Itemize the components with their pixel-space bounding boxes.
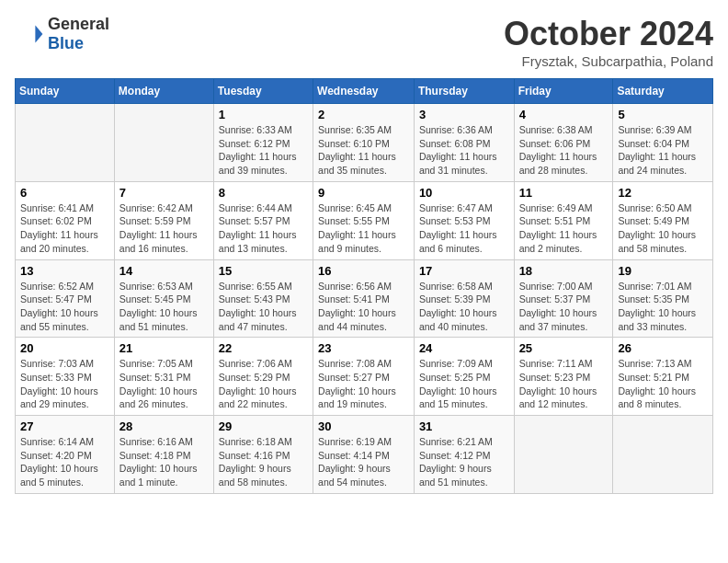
day-info: Sunrise: 7:08 AM Sunset: 5:27 PM Dayligh… — [318, 357, 409, 411]
day-info: Sunrise: 7:03 AM Sunset: 5:33 PM Dayligh… — [20, 357, 109, 411]
calendar-cell: 5Sunrise: 6:39 AM Sunset: 6:04 PM Daylig… — [613, 104, 713, 182]
calendar-cell: 14Sunrise: 6:53 AM Sunset: 5:45 PM Dayli… — [114, 259, 213, 338]
calendar-cell: 21Sunrise: 7:05 AM Sunset: 5:31 PM Dayli… — [114, 338, 213, 416]
day-number: 18 — [519, 264, 609, 278]
calendar-cell: 30Sunrise: 6:19 AM Sunset: 4:14 PM Dayli… — [313, 416, 415, 494]
calendar-cell: 17Sunrise: 6:58 AM Sunset: 5:39 PM Dayli… — [414, 259, 514, 338]
calendar-cell: 4Sunrise: 6:38 AM Sunset: 6:06 PM Daylig… — [514, 104, 613, 182]
location-subtitle: Frysztak, Subcarpathia, Poland — [504, 53, 713, 69]
calendar-cell: 7Sunrise: 6:42 AM Sunset: 5:59 PM Daylig… — [114, 181, 213, 259]
day-number: 2 — [318, 108, 409, 121]
weekday-header: Tuesday — [213, 79, 313, 104]
calendar-cell: 3Sunrise: 6:36 AM Sunset: 6:08 PM Daylig… — [414, 104, 514, 182]
weekday-header: Saturday — [613, 79, 713, 104]
calendar-week-row: 1Sunrise: 6:33 AM Sunset: 6:12 PM Daylig… — [16, 104, 713, 182]
logo-text: General Blue — [48, 15, 109, 53]
day-info: Sunrise: 7:13 AM Sunset: 5:21 PM Dayligh… — [618, 357, 708, 411]
day-info: Sunrise: 6:49 AM Sunset: 5:51 PM Dayligh… — [519, 201, 609, 256]
day-number: 8 — [219, 186, 308, 200]
day-number: 9 — [318, 186, 409, 200]
calendar-cell: 31Sunrise: 6:21 AM Sunset: 4:12 PM Dayli… — [414, 416, 514, 494]
calendar-cell: 25Sunrise: 7:11 AM Sunset: 5:23 PM Dayli… — [514, 338, 613, 416]
day-info: Sunrise: 6:19 AM Sunset: 4:14 PM Dayligh… — [318, 435, 409, 489]
day-number: 7 — [119, 186, 209, 200]
calendar-cell: 6Sunrise: 6:41 AM Sunset: 6:02 PM Daylig… — [16, 181, 115, 259]
calendar-cell: 16Sunrise: 6:56 AM Sunset: 5:41 PM Dayli… — [313, 259, 415, 338]
svg-marker-1 — [39, 24, 44, 29]
day-number: 12 — [618, 186, 708, 200]
calendar-cell — [114, 104, 213, 182]
day-number: 26 — [618, 341, 708, 355]
day-number: 15 — [219, 264, 308, 278]
day-number: 31 — [419, 419, 509, 433]
day-number: 25 — [519, 341, 609, 355]
day-info: Sunrise: 6:16 AM Sunset: 4:18 PM Dayligh… — [119, 435, 209, 489]
day-info: Sunrise: 6:21 AM Sunset: 4:12 PM Dayligh… — [419, 435, 509, 489]
calendar-cell: 11Sunrise: 6:49 AM Sunset: 5:51 PM Dayli… — [514, 181, 613, 259]
day-info: Sunrise: 6:38 AM Sunset: 6:06 PM Dayligh… — [519, 123, 609, 178]
day-info: Sunrise: 6:50 AM Sunset: 5:49 PM Dayligh… — [618, 201, 708, 256]
calendar-cell: 20Sunrise: 7:03 AM Sunset: 5:33 PM Dayli… — [16, 338, 115, 416]
calendar-cell: 2Sunrise: 6:35 AM Sunset: 6:10 PM Daylig… — [313, 104, 415, 182]
day-info: Sunrise: 7:11 AM Sunset: 5:23 PM Dayligh… — [519, 357, 609, 411]
day-info: Sunrise: 6:44 AM Sunset: 5:57 PM Dayligh… — [219, 201, 308, 256]
day-number: 16 — [318, 264, 409, 278]
calendar-cell: 12Sunrise: 6:50 AM Sunset: 5:49 PM Dayli… — [613, 181, 713, 259]
logo: General Blue — [15, 15, 109, 53]
day-info: Sunrise: 6:47 AM Sunset: 5:53 PM Dayligh… — [419, 201, 509, 256]
day-number: 5 — [618, 108, 708, 121]
day-info: Sunrise: 6:55 AM Sunset: 5:43 PM Dayligh… — [219, 280, 308, 334]
day-number: 14 — [119, 264, 209, 278]
day-number: 30 — [318, 419, 409, 433]
calendar-week-row: 6Sunrise: 6:41 AM Sunset: 6:02 PM Daylig… — [16, 181, 713, 259]
weekday-header: Thursday — [414, 79, 514, 104]
calendar-cell: 28Sunrise: 6:16 AM Sunset: 4:18 PM Dayli… — [114, 416, 213, 494]
calendar-week-row: 13Sunrise: 6:52 AM Sunset: 5:47 PM Dayli… — [16, 259, 713, 338]
day-info: Sunrise: 6:14 AM Sunset: 4:20 PM Dayligh… — [20, 435, 109, 489]
day-info: Sunrise: 7:00 AM Sunset: 5:37 PM Dayligh… — [519, 280, 609, 334]
calendar-cell: 26Sunrise: 7:13 AM Sunset: 5:21 PM Dayli… — [613, 338, 713, 416]
title-block: October 2024 Frysztak, Subcarpathia, Pol… — [504, 15, 713, 69]
day-info: Sunrise: 7:01 AM Sunset: 5:35 PM Dayligh… — [618, 280, 708, 334]
day-number: 4 — [519, 108, 609, 121]
day-info: Sunrise: 6:41 AM Sunset: 6:02 PM Dayligh… — [20, 201, 109, 256]
calendar-cell: 1Sunrise: 6:33 AM Sunset: 6:12 PM Daylig… — [213, 104, 313, 182]
day-number: 19 — [618, 264, 708, 278]
calendar-cell: 24Sunrise: 7:09 AM Sunset: 5:25 PM Dayli… — [414, 338, 514, 416]
weekday-header-row: SundayMondayTuesdayWednesdayThursdayFrid… — [16, 79, 713, 104]
day-info: Sunrise: 6:18 AM Sunset: 4:16 PM Dayligh… — [219, 435, 308, 489]
day-number: 28 — [119, 419, 209, 433]
calendar-cell: 22Sunrise: 7:06 AM Sunset: 5:29 PM Dayli… — [213, 338, 313, 416]
day-number: 13 — [20, 264, 109, 278]
day-number: 11 — [519, 186, 609, 200]
day-number: 27 — [20, 419, 109, 433]
calendar-cell: 29Sunrise: 6:18 AM Sunset: 4:16 PM Dayli… — [213, 416, 313, 494]
weekday-header: Wednesday — [313, 79, 415, 104]
weekday-header: Monday — [114, 79, 213, 104]
day-info: Sunrise: 6:36 AM Sunset: 6:08 PM Dayligh… — [419, 123, 509, 178]
calendar-cell: 10Sunrise: 6:47 AM Sunset: 5:53 PM Dayli… — [414, 181, 514, 259]
calendar-cell — [613, 416, 713, 494]
calendar-week-row: 27Sunrise: 6:14 AM Sunset: 4:20 PM Dayli… — [16, 416, 713, 494]
day-info: Sunrise: 6:56 AM Sunset: 5:41 PM Dayligh… — [318, 280, 409, 334]
calendar-cell: 8Sunrise: 6:44 AM Sunset: 5:57 PM Daylig… — [213, 181, 313, 259]
day-number: 3 — [419, 108, 509, 121]
day-number: 29 — [219, 419, 308, 433]
logo-icon — [15, 19, 44, 49]
day-info: Sunrise: 6:52 AM Sunset: 5:47 PM Dayligh… — [20, 280, 109, 334]
calendar-cell: 23Sunrise: 7:08 AM Sunset: 5:27 PM Dayli… — [313, 338, 415, 416]
calendar-cell — [514, 416, 613, 494]
day-number: 1 — [219, 108, 308, 121]
calendar-cell — [16, 104, 115, 182]
day-info: Sunrise: 7:06 AM Sunset: 5:29 PM Dayligh… — [219, 357, 308, 411]
weekday-header: Sunday — [16, 79, 115, 104]
day-number: 20 — [20, 341, 109, 355]
day-number: 24 — [419, 341, 509, 355]
day-number: 21 — [119, 341, 209, 355]
month-title: October 2024 — [504, 15, 713, 53]
day-info: Sunrise: 6:35 AM Sunset: 6:10 PM Dayligh… — [318, 123, 409, 178]
calendar-cell: 13Sunrise: 6:52 AM Sunset: 5:47 PM Dayli… — [16, 259, 115, 338]
page-header: General Blue October 2024 Frysztak, Subc… — [15, 15, 713, 69]
calendar-week-row: 20Sunrise: 7:03 AM Sunset: 5:33 PM Dayli… — [16, 338, 713, 416]
logo-blue-text: Blue — [48, 34, 109, 53]
